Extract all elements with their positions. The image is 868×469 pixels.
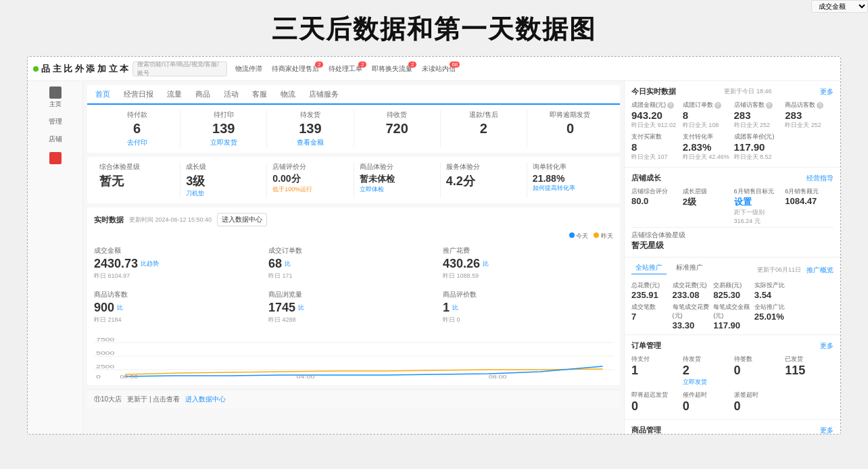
promo-tab-standard[interactable]: 标准推广	[672, 262, 707, 274]
today-label: 支付转化率	[683, 132, 731, 141]
stat-label: 待付款	[99, 110, 174, 120]
goods-header: 商品管理 更多	[631, 425, 834, 434]
today-header: 今日实时数据 更新于今日 18:46 更多	[631, 87, 834, 97]
rating-sub[interactable]: 如何提高转化率	[533, 184, 608, 193]
metric-label: 成交金额	[94, 246, 264, 255]
metric-pageviews: 商品浏览量 1745 比 昨日 4288	[268, 287, 439, 327]
tab-activity[interactable]: 活动	[221, 85, 241, 103]
stat-label: 退款/售后	[446, 110, 521, 120]
order-more[interactable]: 更多	[820, 341, 834, 351]
growth-level: 成长层级 2级	[683, 187, 731, 226]
sidebar-item-shop[interactable]: 店铺	[49, 134, 62, 144]
nav-item-workorder[interactable]: 待处理工单 2	[324, 63, 366, 75]
metric-promo-cost: 推广花费 430.26 比 昨日 1088.59	[443, 243, 613, 283]
today-more[interactable]: 更多	[820, 87, 834, 97]
enter-data-center-button[interactable]: 进入数据中心	[217, 213, 267, 226]
today-value: 8	[683, 109, 731, 121]
growth-grid: 店铺综合评分 80.0 成长层级 2级 6月销售目标元 设置 距下一级别 316…	[631, 187, 834, 226]
promo-amount-per-deal: 每笔成交金额(元) 117.90	[713, 303, 752, 330]
nav-item-messages[interactable]: 未读站内信 68	[418, 63, 460, 75]
metric-label: 商品浏览量	[268, 290, 439, 299]
today-value: 283	[734, 109, 783, 121]
goods-more[interactable]: 更多	[820, 426, 834, 435]
order-link[interactable]: 立即发货	[683, 378, 731, 387]
bottom-link[interactable]: 进入数据中心	[185, 395, 226, 404]
growth-header: 店铺成长 经营指导	[631, 173, 834, 183]
growth-sales: 6月销售额元 1084.47	[785, 187, 834, 226]
growth-label: 店铺综合评分	[631, 187, 680, 196]
tab-goods[interactable]: 商品	[193, 85, 213, 103]
sidebar-icon-home[interactable]: 主页	[49, 87, 62, 109]
left-sidebar: 主页 管理 店铺	[28, 81, 83, 434]
promo-update: 更新于06月11日	[757, 266, 801, 274]
promo-tab-all[interactable]: 全站推广	[631, 262, 667, 274]
metric-trend[interactable]: 比趋势	[141, 260, 159, 268]
stat-link[interactable]: 去付印	[99, 138, 174, 147]
ratings-row: 综合体验星级 暂无 成长级 3级 刀机垫 店铺评价分 0.00分 低于100%运…	[87, 157, 620, 203]
svg-text:5000: 5000	[96, 350, 115, 355]
promo-cost-per-deal: 每笔成交花费(元) 33.30	[673, 303, 711, 330]
svg-text:0: 0	[96, 374, 101, 379]
rating-sub[interactable]: 立即体检	[360, 185, 435, 194]
order-label: 派签超时	[734, 391, 783, 399]
metric-trend[interactable]: 比	[117, 303, 123, 312]
rating-label: 店铺评价分	[272, 162, 347, 172]
rating-sub[interactable]: 刀机垫	[186, 189, 261, 198]
rating-sub[interactable]: 低于100%运行	[272, 185, 347, 194]
promo-more[interactable]: 推广概览	[806, 266, 834, 275]
info-icon[interactable]: ?	[817, 102, 823, 109]
bottom-sub: 更新于 | 点击查看	[127, 395, 180, 404]
rating-label: 综合体验星级	[99, 162, 174, 172]
stat-label: 待收货	[360, 110, 435, 120]
promo-label: 成交笔数	[631, 303, 670, 312]
page-title: 三天后数据和第一天数据图	[0, 12, 868, 47]
metric-value: 430.26	[443, 257, 480, 271]
growth-value-set[interactable]: 设置	[734, 196, 783, 208]
order-mgmt-section: 订单管理 更多 待支付 1 待发货 2 立即发货 待签数 0	[625, 335, 840, 420]
nav-badge: 68	[450, 61, 460, 68]
metric-trend[interactable]: 比	[298, 303, 304, 312]
info-icon[interactable]: ?	[667, 102, 674, 109]
promo-label: 全站推广比	[754, 303, 793, 312]
goods-title: 商品管理	[631, 425, 661, 434]
metric-trend[interactable]: 比	[452, 303, 458, 312]
info-icon[interactable]: ?	[766, 102, 773, 109]
exp-value: 暂无星级	[631, 240, 834, 251]
stat-link[interactable]: 立即发货	[186, 138, 261, 147]
tab-traffic[interactable]: 流量	[164, 85, 185, 103]
search-box[interactable]: 搜索功能/订单/商品/视觉/客服/账号	[132, 61, 227, 76]
growth-target: 6月销售目标元 设置 距下一级别 316.24 元	[734, 187, 783, 226]
metric-trend[interactable]: 比	[285, 260, 291, 268]
tab-daily[interactable]: 经营日报	[121, 85, 156, 103]
today-realtime-section: 今日实时数据 更新于今日 18:46 更多 成团金额(元) ? 943.20 昨…	[625, 81, 840, 168]
metric-value: 68	[268, 257, 282, 271]
promo-label: 每笔成交金额(元)	[713, 303, 752, 320]
tab-store-service[interactable]: 店铺服务	[306, 85, 341, 103]
rating-label: 成长级	[186, 162, 261, 172]
promo-value: 25.01%	[754, 312, 793, 322]
info-icon[interactable]: ?	[715, 102, 721, 109]
rating-value: 暂无	[99, 173, 174, 189]
growth-action[interactable]: 经营指导	[806, 174, 834, 183]
rating-value: 4.2分	[446, 173, 521, 189]
stat-link[interactable]: 查看金额	[272, 138, 347, 147]
today-value: 8	[631, 141, 680, 153]
today-prev: 昨日全天 252	[785, 121, 834, 130]
tab-service[interactable]: 客服	[249, 85, 270, 103]
rating-value: 0.00分	[272, 173, 347, 185]
metric-trend[interactable]: 比	[483, 260, 489, 268]
promo-header: 全站推广 标准推广 更新于06月11日 推广概览	[631, 262, 834, 278]
nav-item-logistics[interactable]: 物流停滞	[231, 63, 266, 75]
nav-item-aftersale[interactable]: 待商家处理售后 2	[268, 63, 323, 75]
order-value: 115	[785, 364, 834, 378]
realtime-section: 实时数据 更新时间 2024-06-12 15:50:40 进入数据中心 今天 …	[87, 207, 620, 385]
metric-prev: 昨日 0	[443, 316, 613, 324]
stat-label: 待发货	[272, 110, 347, 120]
tab-logistics[interactable]: 物流	[278, 85, 298, 103]
tab-home[interactable]: 首页	[93, 85, 113, 105]
nav-item-traffic[interactable]: 即将换失流量 2	[368, 63, 416, 75]
today-value: 943.20	[631, 109, 680, 121]
sidebar-item-manage[interactable]: 管理	[49, 117, 62, 126]
today-prev: 昨日全天 252	[734, 121, 783, 130]
promo-value: 33.30	[673, 320, 711, 330]
